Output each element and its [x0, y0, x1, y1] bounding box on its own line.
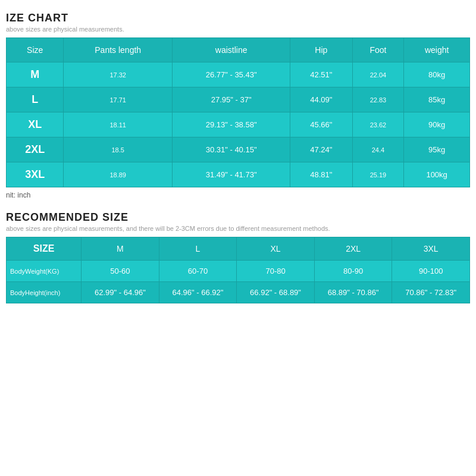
rec-height-xl: 66.92" - 68.89" — [237, 282, 315, 303]
table-row: BodyHeight(inch) 62.99" - 64.96" 64.96" … — [7, 282, 470, 303]
col-hip: Hip — [290, 38, 352, 62]
foot-m: 22.04 — [352, 62, 404, 87]
col-foot: Foot — [352, 38, 404, 62]
foot-3xl: 25.19 — [352, 162, 404, 187]
rec-col-l: L — [159, 237, 237, 261]
pants-l: 17.71 — [64, 87, 173, 112]
foot-l: 22.83 — [352, 87, 404, 112]
rec-weight-m: 50-60 — [82, 261, 159, 282]
rec-table-body: BodyWeight(KG) 50-60 60-70 70-80 80-90 9… — [7, 261, 470, 303]
rec-col-3xl: 3XL — [392, 237, 470, 261]
rec-col-2xl: 2XL — [314, 237, 392, 261]
rec-weight-l: 60-70 — [159, 261, 237, 282]
waist-m: 26.77" - 35.43" — [173, 62, 290, 87]
weight-m: 80kg — [404, 62, 470, 87]
hip-l: 44.09" — [290, 87, 352, 112]
size-chart-body: M 17.32 26.77" - 35.43" 42.51" 22.04 80k… — [7, 62, 470, 187]
table-row: XL 18.11 29.13" - 38.58" 45.66" 23.62 90… — [7, 112, 470, 137]
hip-3xl: 48.81" — [290, 162, 352, 187]
rec-table-header: SIZE M L XL 2XL 3XL — [7, 237, 470, 261]
col-pants-length: Pants length — [64, 38, 173, 62]
waist-3xl: 31.49" - 41.73" — [173, 162, 290, 187]
foot-xl: 23.62 — [352, 112, 404, 137]
hip-xl: 45.66" — [290, 112, 352, 137]
foot-2xl: 24.4 — [352, 137, 404, 162]
col-waistline: waistline — [173, 38, 290, 62]
hip-2xl: 47.24" — [290, 137, 352, 162]
rec-weight-xl: 70-80 — [237, 261, 315, 282]
table-row: 3XL 18.89 31.49" - 41.73" 48.81" 25.19 1… — [7, 162, 470, 187]
unit-label: nit: inch — [6, 191, 470, 199]
rec-size-subtitle: above sizes are physical measurements, a… — [6, 225, 470, 232]
size-l: L — [7, 87, 64, 112]
weight-3xl: 100kg — [404, 162, 470, 187]
waist-l: 27.95" - 37" — [173, 87, 290, 112]
weight-xl: 90kg — [404, 112, 470, 137]
table-row: M 17.32 26.77" - 35.43" 42.51" 22.04 80k… — [7, 62, 470, 87]
rec-size-title: RECOMMENDED SIZE — [6, 211, 470, 224]
table-row: 2XL 18.5 30.31" - 40.15" 47.24" 24.4 95k… — [7, 137, 470, 162]
rec-col-xl: XL — [237, 237, 315, 261]
size-chart-table: Size Pants length waistline Hip Foot wei… — [6, 37, 470, 187]
rec-weight-3xl: 90-100 — [392, 261, 470, 282]
rec-height-2xl: 68.89" - 70.86" — [314, 282, 392, 303]
rec-col-size: SIZE — [7, 237, 82, 261]
weight-l: 85kg — [404, 87, 470, 112]
rec-weight-2xl: 80-90 — [314, 261, 392, 282]
pants-m: 17.32 — [64, 62, 173, 87]
size-3xl: 3XL — [7, 162, 64, 187]
rec-height-l: 64.96" - 66.92" — [159, 282, 237, 303]
weight-2xl: 95kg — [404, 137, 470, 162]
hip-m: 42.51" — [290, 62, 352, 87]
col-weight: weight — [404, 38, 470, 62]
pants-xl: 18.11 — [64, 112, 173, 137]
table-row: L 17.71 27.95" - 37" 44.09" 22.83 85kg — [7, 87, 470, 112]
pants-3xl: 18.89 — [64, 162, 173, 187]
rec-col-m: M — [82, 237, 159, 261]
table-row: BodyWeight(KG) 50-60 60-70 70-80 80-90 9… — [7, 261, 470, 282]
size-xl: XL — [7, 112, 64, 137]
col-size: Size — [7, 38, 64, 62]
rec-label-height: BodyHeight(inch) — [7, 282, 82, 303]
waist-xl: 29.13" - 38.58" — [173, 112, 290, 137]
size-chart-subtitle: above sizes are physical measurements. — [6, 26, 470, 33]
waist-2xl: 30.31" - 40.15" — [173, 137, 290, 162]
size-chart-title: IZE CHART — [6, 12, 470, 24]
pants-2xl: 18.5 — [64, 137, 173, 162]
size-m: M — [7, 62, 64, 87]
recommended-size-table: SIZE M L XL 2XL 3XL BodyWeight(KG) 50-60… — [6, 237, 470, 303]
size-2xl: 2XL — [7, 137, 64, 162]
size-chart-header: Size Pants length waistline Hip Foot wei… — [7, 38, 470, 62]
rec-height-m: 62.99" - 64.96" — [82, 282, 159, 303]
rec-label-weight: BodyWeight(KG) — [7, 261, 82, 282]
rec-height-3xl: 70.86" - 72.83" — [392, 282, 470, 303]
